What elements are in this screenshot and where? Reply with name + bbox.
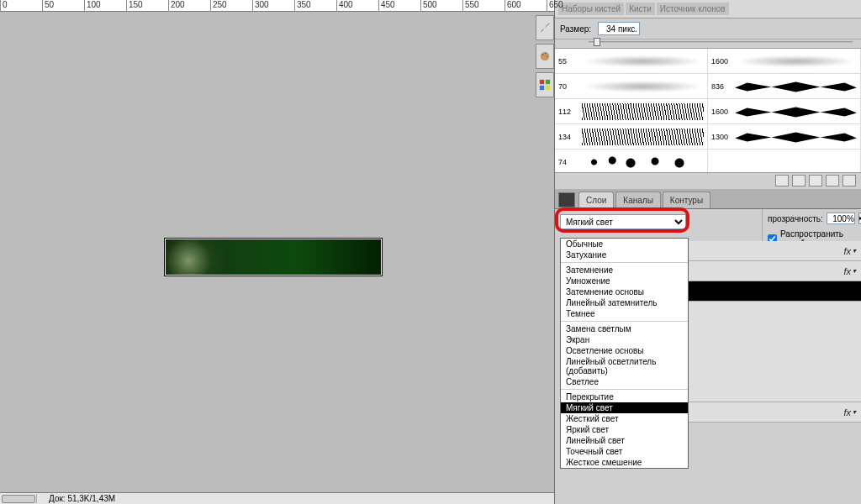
swatches-icon[interactable]: [536, 72, 554, 97]
blend-mode-option[interactable]: Перекрытие: [561, 391, 688, 402]
brush-preset[interactable]: 1300: [708, 124, 861, 150]
blend-mode-option[interactable]: Затемнение: [561, 265, 688, 276]
blend-mode-dropdown[interactable]: ОбычныеЗатуханиеЗатемнениеУмножениеЗатем…: [560, 238, 689, 469]
svg-point-1: [541, 54, 543, 55]
panel-btn-3[interactable]: [809, 175, 822, 186]
blend-mode-option[interactable]: Линейный осветлитель (добавить): [561, 356, 688, 376]
brush-preset[interactable]: 836: [708, 74, 861, 99]
ruler-tick: 600: [504, 0, 521, 12]
ruler-tick: 500: [420, 0, 437, 12]
brush-preset[interactable]: 74: [555, 150, 708, 172]
opacity-input[interactable]: [827, 213, 855, 224]
brush-size-input[interactable]: [598, 22, 640, 35]
ruler-tick: 250: [210, 0, 227, 12]
blend-mode-option[interactable]: Замена светлым: [561, 323, 688, 334]
trash-icon[interactable]: [843, 175, 856, 186]
ruler-tick: 200: [168, 0, 185, 12]
layers-tabs: Слои Каналы Контуры: [555, 189, 861, 209]
blend-mode-option[interactable]: Затухание: [561, 249, 688, 260]
brush-preset[interactable]: 112: [555, 99, 708, 124]
layers-panel: Слои Каналы Контуры Мягкий свет ОбычныеЗ…: [555, 189, 861, 504]
brush-preset[interactable]: 70: [555, 74, 708, 99]
blend-mode-option[interactable]: Осветление основы: [561, 345, 688, 356]
blend-mode-option[interactable]: Затемнение основы: [561, 286, 688, 297]
ruler-tick: 100: [84, 0, 101, 12]
opacity-label: прозрачность:: [768, 214, 823, 223]
blend-mode-option[interactable]: Жесткое смешение: [561, 457, 688, 468]
doc-size-info: Док: 51,3K/1,43M: [37, 494, 115, 503]
canvas-background[interactable]: [0, 12, 554, 492]
ruler-tick: 150: [126, 0, 143, 12]
canvas-area[interactable]: 050100150200250300350400450500550600650 …: [0, 0, 554, 504]
hscroll-thumb[interactable]: [2, 495, 35, 503]
svg-rect-7: [546, 86, 550, 90]
blend-mode-option[interactable]: Экран: [561, 334, 688, 345]
brush-preset[interactable]: 1600: [708, 99, 861, 124]
brush-panel-footer: [555, 172, 861, 187]
brush-icon[interactable]: [536, 15, 554, 40]
layer-row[interactable]: [685, 302, 861, 402]
layer-row[interactable]: fx▾: [685, 402, 861, 423]
brush-preset[interactable]: 55: [555, 49, 708, 74]
tab-paths[interactable]: Контуры: [663, 192, 710, 208]
blend-mode-option[interactable]: Темнее: [561, 308, 688, 319]
right-panels: Наборы кистей Кисти Источник клонов Разм…: [554, 0, 861, 504]
brush-size-label: Размер:: [560, 24, 591, 34]
ruler-tick: 350: [294, 0, 311, 12]
blend-mode-option[interactable]: Линейный свет: [561, 435, 688, 446]
ruler-tick: 550: [462, 0, 479, 12]
brush-panel: Наборы кистей Кисти Источник клонов Разм…: [555, 0, 861, 187]
panel-btn-2[interactable]: [792, 175, 806, 186]
panel-icon-column: [536, 15, 554, 101]
document-image[interactable]: [165, 239, 382, 276]
ruler-tick: 50: [42, 0, 54, 12]
panel-btn-1[interactable]: [775, 175, 789, 186]
svg-rect-6: [540, 86, 544, 90]
brush-size-slider[interactable]: [555, 39, 861, 48]
tab-layers[interactable]: Слои: [578, 192, 614, 208]
layer-row-selected[interactable]: [685, 281, 861, 302]
brush-preset-grid[interactable]: 551600708361121600134130074: [555, 48, 861, 172]
ruler-tick: 650: [547, 0, 563, 12]
ruler-tick: 450: [378, 0, 395, 12]
brush-panel-tabs[interactable]: Наборы кистей Кисти Источник клонов: [558, 3, 729, 15]
brush-preset[interactable]: [708, 150, 861, 172]
ruler-tick: 300: [252, 0, 269, 12]
layer-row[interactable]: fx▾: [685, 261, 861, 281]
svg-rect-4: [540, 80, 544, 84]
blend-mode-option[interactable]: Жесткий свет: [561, 413, 688, 424]
blend-mode-option[interactable]: Яркий свет: [561, 424, 688, 435]
blend-mode-option[interactable]: Умножение: [561, 276, 688, 286]
ruler-tick: 400: [336, 0, 353, 12]
status-bar: 0% Док: 51,3K/1,43M: [0, 492, 554, 504]
ruler-tick: 0: [0, 0, 8, 12]
svg-point-2: [545, 52, 547, 54]
blend-mode-option[interactable]: Линейный затемнитель: [561, 297, 688, 308]
layer-row[interactable]: fx▾: [685, 241, 861, 261]
brush-preset[interactable]: 134: [555, 124, 708, 150]
svg-rect-5: [546, 80, 550, 84]
palette-icon[interactable]: [536, 44, 554, 69]
blend-mode-option[interactable]: Обычные: [561, 239, 688, 249]
blend-mode-option[interactable]: Мягкий свет: [561, 402, 688, 413]
blend-mode-option[interactable]: Точечный свет: [561, 446, 688, 457]
svg-point-3: [547, 55, 548, 57]
panel-btn-4[interactable]: [826, 175, 839, 186]
blend-mode-select[interactable]: Мягкий свет: [560, 214, 686, 229]
layer-list[interactable]: fx▾ fx▾ fx▾: [685, 241, 861, 423]
ruler-horizontal: 050100150200250300350400450500550600650: [0, 0, 554, 12]
brush-preset[interactable]: 1600: [708, 49, 861, 74]
tab-channels[interactable]: Каналы: [615, 192, 661, 208]
blend-mode-option[interactable]: Светлее: [561, 376, 688, 387]
